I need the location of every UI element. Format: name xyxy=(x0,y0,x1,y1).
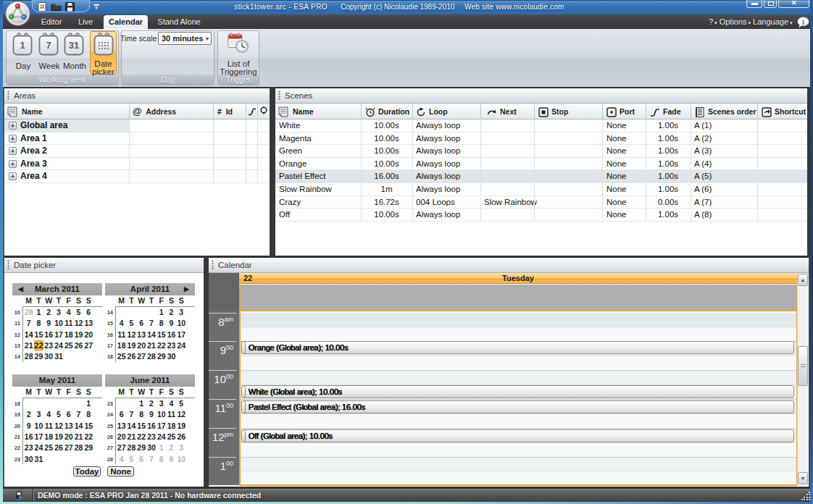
svg-text:1: 1 xyxy=(20,40,25,51)
svg-text:31: 31 xyxy=(69,40,79,51)
svg-text:i: i xyxy=(802,18,804,26)
svg-text:7: 7 xyxy=(46,40,51,51)
